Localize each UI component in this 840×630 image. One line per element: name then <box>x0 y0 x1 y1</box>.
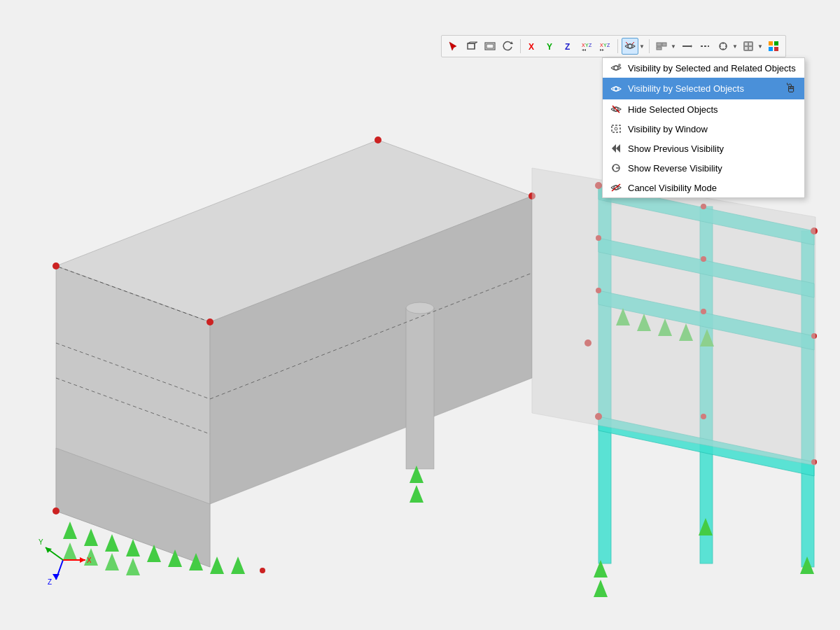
snap-btn[interactable] <box>715 38 732 55</box>
rotate-tool-btn[interactable] <box>500 38 517 55</box>
menu-item-label-visibility-selected: Visibility by Selected Objects <box>628 83 744 94</box>
visibility-related-icon <box>610 62 622 74</box>
svg-text:Z: Z <box>607 43 610 48</box>
svg-text:▸▸: ▸▸ <box>600 48 604 52</box>
visibility-dropdown-arrow[interactable]: ▼ <box>638 38 645 55</box>
axis-xyz-btn[interactable]: XYZ▸▸ <box>597 38 614 55</box>
separator-1 <box>520 39 521 53</box>
menu-item-show-previous[interactable]: Show Previous Visibility <box>603 139 804 158</box>
svg-marker-61 <box>532 168 816 465</box>
render-btn[interactable] <box>740 38 757 55</box>
svg-marker-117 <box>80 557 85 563</box>
menu-item-visibility-window[interactable]: Visibility by Window <box>603 119 804 139</box>
toolbar: X Y Z XYZ◂◂ XYZ▸▸ ▼ <box>441 35 786 57</box>
svg-rect-95 <box>749 47 752 50</box>
svg-point-32 <box>206 318 214 326</box>
svg-text:X: X <box>528 42 534 52</box>
svg-text:Z: Z <box>565 42 570 52</box>
view-btn[interactable] <box>653 38 670 55</box>
svg-text:X: X <box>87 556 91 564</box>
main-viewport: X Y Z XYZ◂◂ XYZ▸▸ ▼ <box>0 0 840 630</box>
menu-item-label-visibility-selected-related: Visibility by Selected and Related Objec… <box>628 63 796 74</box>
view-dropdown[interactable]: ▼ <box>653 38 677 55</box>
menu-item-label-cancel-visibility: Cancel Visibility Mode <box>628 183 717 193</box>
svg-marker-84 <box>691 45 692 48</box>
cancel-visibility-icon <box>610 181 622 194</box>
menu-item-label-hide-selected: Hide Selected Objects <box>628 104 718 115</box>
svg-marker-114 <box>52 574 59 580</box>
visibility-dropdown[interactable]: ▼ <box>622 38 645 55</box>
svg-rect-82 <box>657 47 662 50</box>
select-tool-btn[interactable] <box>445 38 462 55</box>
view-dropdown-arrow[interactable]: ▼ <box>670 38 677 55</box>
svg-marker-63 <box>468 42 477 43</box>
separator-3 <box>649 39 650 53</box>
line2-tool-btn[interactable] <box>696 38 713 55</box>
line-tool-btn[interactable] <box>678 38 695 55</box>
menu-item-visibility-selected-related[interactable]: Visibility by Selected and Related Objec… <box>603 58 804 78</box>
menu-item-hide-selected[interactable]: Hide Selected Objects <box>603 99 804 119</box>
cursor-icon: 🖱 <box>785 81 797 96</box>
axis-all-btn[interactable]: XYZ◂◂ <box>579 38 596 55</box>
svg-rect-98 <box>769 47 773 51</box>
svg-point-31 <box>374 136 382 144</box>
svg-point-34 <box>52 507 59 514</box>
svg-rect-92 <box>745 43 748 46</box>
svg-rect-81 <box>662 43 666 46</box>
menu-item-label-show-previous: Show Previous Visibility <box>628 144 724 154</box>
svg-marker-107 <box>612 144 616 153</box>
svg-text:◂◂: ◂◂ <box>582 48 586 52</box>
snap-dropdown-arrow[interactable]: ▼ <box>732 38 738 55</box>
show-reverse-icon <box>610 162 622 174</box>
svg-rect-62 <box>468 43 475 49</box>
svg-rect-80 <box>657 43 662 46</box>
visibility-menu: Visibility by Selected and Related Objec… <box>602 57 805 198</box>
svg-text:Z: Z <box>48 578 52 586</box>
svg-text:Y: Y <box>547 42 552 52</box>
svg-point-30 <box>52 262 59 270</box>
menu-item-visibility-selected[interactable]: Visibility by Selected Objects🖱 <box>603 78 804 99</box>
svg-rect-99 <box>774 47 778 51</box>
svg-rect-97 <box>774 41 778 46</box>
svg-marker-108 <box>616 144 620 153</box>
svg-point-6 <box>406 302 434 314</box>
box-tool-btn[interactable] <box>463 38 480 55</box>
visibility-selected-icon <box>610 83 622 95</box>
svg-text:Z: Z <box>589 43 592 48</box>
render-dropdown[interactable]: ▼ <box>740 38 764 55</box>
show-previous-icon <box>610 142 622 155</box>
svg-rect-94 <box>745 47 748 50</box>
axis-indicator: Z X Y <box>35 532 91 588</box>
hide-selected-icon <box>610 103 622 115</box>
frame-tool-btn[interactable] <box>482 38 498 55</box>
menu-item-label-visibility-window: Visibility by Window <box>628 124 708 134</box>
svg-point-36 <box>260 568 265 573</box>
svg-point-101 <box>618 64 621 66</box>
menu-item-label-show-reverse: Show Reverse Visibility <box>628 163 722 174</box>
svg-point-106 <box>615 127 617 130</box>
svg-marker-120 <box>46 547 52 553</box>
render-dropdown-arrow[interactable]: ▼ <box>757 38 764 55</box>
snap-dropdown[interactable]: ▼ <box>715 38 738 55</box>
svg-rect-5 <box>406 308 434 469</box>
svg-rect-96 <box>769 41 773 46</box>
svg-rect-105 <box>612 125 620 132</box>
axis-z-btn[interactable]: Z <box>561 38 578 55</box>
axis-y-btn[interactable]: Y <box>542 38 559 55</box>
visibility-window-icon <box>610 122 622 135</box>
svg-text:Y: Y <box>38 538 43 546</box>
visibility-btn[interactable] <box>622 38 638 55</box>
svg-rect-66 <box>486 44 493 48</box>
menu-item-cancel-visibility[interactable]: Cancel Visibility Mode <box>603 178 804 197</box>
axis-x-btn[interactable]: X <box>524 38 541 55</box>
menu-item-show-reverse[interactable]: Show Reverse Visibility <box>603 158 804 178</box>
svg-rect-93 <box>749 43 752 46</box>
separator-2 <box>617 39 618 53</box>
color-btn[interactable] <box>765 38 782 55</box>
